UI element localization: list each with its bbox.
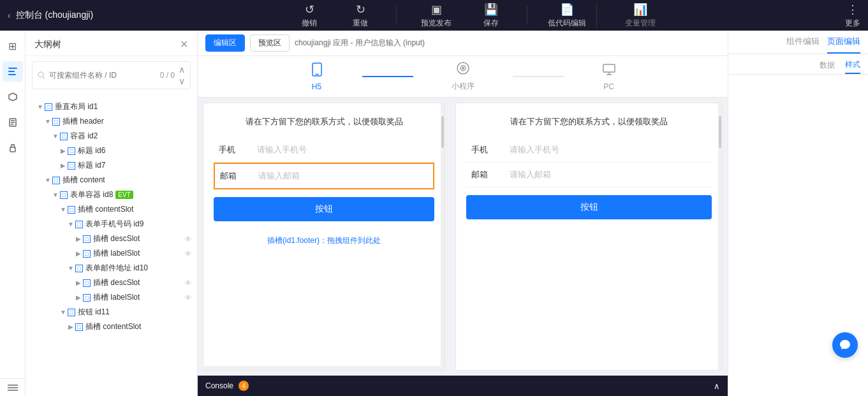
tree-item[interactable]: ▼□容器 id2	[26, 129, 197, 143]
tree-checkbox[interactable]: □	[68, 309, 75, 316]
tree-checkbox[interactable]: □	[52, 177, 60, 184]
device-miniprogram[interactable]: 小程序	[452, 61, 474, 92]
tree-item[interactable]: ▼□插槽 contentSlot	[26, 202, 197, 217]
device-h5[interactable]: H5	[310, 62, 324, 91]
scrollbar-y-left[interactable]	[441, 103, 445, 370]
miniprogram-icon	[456, 61, 470, 78]
tree-expand-icon[interactable]: ▼	[51, 191, 60, 200]
tree-expand-icon[interactable]: ▼	[66, 264, 75, 273]
svg-rect-2	[8, 74, 16, 75]
outline-close-button[interactable]: ✕	[180, 38, 188, 50]
tree-checkbox[interactable]: □	[52, 118, 60, 126]
tree-checkbox[interactable]: □	[68, 206, 75, 214]
tree-item[interactable]: ▶□插槽 labelSlot👁	[26, 290, 197, 305]
canvas-device-bar: H5 小程序	[198, 56, 728, 98]
tree-expand-icon[interactable]: ▼	[43, 117, 52, 126]
tree-checkbox[interactable]: □	[83, 294, 91, 302]
tree-item[interactable]: ▶□插槽 labelSlot👁	[26, 246, 197, 261]
tree-checkbox[interactable]: □	[75, 323, 83, 331]
tab-data[interactable]: 数据	[820, 60, 835, 73]
chat-button[interactable]	[832, 332, 858, 358]
tree-expand-icon[interactable]: ▶	[74, 249, 83, 258]
tree-item[interactable]: ▶□插槽 contentSlot	[26, 319, 197, 334]
lowcode-button[interactable]: 📄 低代码编辑	[548, 3, 597, 29]
tree-expand-icon[interactable]: ▼	[59, 205, 68, 214]
tree-checkbox[interactable]: □	[83, 235, 91, 243]
tree-item[interactable]: ▼□表单手机号码 id9	[26, 217, 197, 231]
tab-component-edit[interactable]: 组件编辑	[786, 36, 820, 54]
varmanage-button[interactable]: 📊 变量管理	[617, 3, 663, 29]
save-button[interactable]: 💾 保存	[476, 3, 506, 29]
device-pc[interactable]: PC	[602, 62, 616, 91]
tree-item[interactable]: ▶□标题 id6	[26, 143, 197, 158]
tree-checkbox[interactable]: □	[83, 279, 91, 287]
form-row-email-right[interactable]: 邮箱 请输入邮箱	[466, 163, 712, 187]
bottom-left-menu-button[interactable]	[0, 378, 26, 396]
tree-checkbox[interactable]: □	[68, 147, 75, 155]
form-row-email-left[interactable]: 邮箱 请输入邮箱	[214, 163, 434, 189]
tree-item[interactable]: ▼□表单容器 id8EVT	[26, 187, 197, 202]
outline-search-input[interactable]	[49, 71, 156, 80]
tree-item[interactable]: ▶□标题 id7	[26, 158, 197, 173]
lock-icon-btn[interactable]	[3, 138, 23, 158]
tree-item-label: 插槽 descSlot	[93, 277, 140, 288]
form-button-right[interactable]: 按钮	[466, 195, 712, 219]
outline-search[interactable]: 0 / 0 ∧ ∨	[32, 61, 191, 89]
eye-icon[interactable]: 👁	[184, 279, 192, 288]
tree-expand-icon[interactable]: ▶	[59, 161, 68, 170]
edit-area-button[interactable]: 编辑区	[205, 34, 245, 52]
eye-icon[interactable]: 👁	[184, 293, 192, 302]
more-button[interactable]: ⋮ 更多	[845, 3, 860, 29]
tree-item-label: 标题 id7	[78, 160, 105, 171]
tree-checkbox[interactable]: □	[83, 250, 91, 258]
phone-placeholder-right: 请输入手机号	[510, 144, 559, 156]
component-icon-btn[interactable]	[3, 87, 23, 107]
eye-icon[interactable]: 👁	[184, 249, 192, 258]
eye-icon[interactable]: 👁	[184, 235, 192, 244]
topbar-title: 控制台 (choujiangji)	[16, 10, 93, 21]
tree-item[interactable]: ▼□插槽 header	[26, 114, 197, 129]
page-icon-btn[interactable]	[3, 112, 23, 133]
nav-up-button[interactable]: ∧	[179, 64, 185, 75]
tree-expand-icon[interactable]: ▶	[74, 235, 83, 244]
tree-item[interactable]: ▶□插槽 descSlot👁	[26, 231, 197, 246]
tree-item[interactable]: ▼□表单邮件地址 id10	[26, 261, 197, 275]
tab-style[interactable]: 样式	[845, 59, 860, 74]
scrollbar-x-left[interactable]	[203, 366, 445, 370]
tree-expand-icon[interactable]: ▶	[74, 279, 83, 288]
tree-expand-icon[interactable]: ▶	[66, 323, 75, 332]
tree-checkbox[interactable]: □	[68, 162, 75, 170]
nav-down-button[interactable]: ∨	[179, 76, 185, 86]
tree-item[interactable]: ▼□插槽 content	[26, 173, 197, 187]
tree-checkbox[interactable]: □	[45, 103, 52, 111]
tree-checkbox[interactable]: □	[75, 221, 83, 228]
form-button-left[interactable]: 按钮	[214, 197, 434, 221]
scrollbar-y-right[interactable]	[718, 103, 722, 370]
tree-expand-icon[interactable]: ▼	[66, 220, 75, 229]
tree-expand-icon[interactable]: ▼	[59, 308, 68, 317]
console-collapse-button[interactable]: ∧	[714, 381, 720, 391]
grid-icon-btn[interactable]: ⊞	[3, 36, 23, 56]
tree-checkbox[interactable]: □	[60, 191, 68, 199]
undo-button[interactable]: ↺ 撤销	[294, 3, 325, 29]
tree-item[interactable]: ▼□按钮 id11	[26, 305, 197, 319]
tree-expand-icon[interactable]: ▼	[43, 176, 52, 185]
tree-checkbox[interactable]: □	[60, 133, 68, 140]
tree-checkbox[interactable]: □	[75, 265, 83, 272]
form-row-phone-left[interactable]: 手机 请输入手机号	[214, 138, 434, 163]
h5-label: H5	[312, 82, 321, 91]
tab-page-edit[interactable]: 页面编辑	[827, 36, 860, 54]
tree-expand-icon[interactable]: ▶	[74, 293, 83, 302]
tree-expand-icon[interactable]: ▼	[51, 132, 60, 141]
back-button[interactable]: ‹	[8, 10, 11, 20]
tree-item[interactable]: ▶□插槽 descSlot👁	[26, 275, 197, 290]
form-row-phone-right[interactable]: 手机 请输入手机号	[466, 138, 712, 163]
form-btn-row-right: 按钮	[466, 195, 712, 219]
redo-button[interactable]: ↻ 重做	[345, 3, 376, 29]
preview-publish-button[interactable]: ▣ 预览发布	[417, 3, 455, 29]
tree-expand-icon[interactable]: ▶	[59, 147, 68, 156]
preview-area-button[interactable]: 预览区	[250, 34, 290, 52]
outline-icon-btn[interactable]	[3, 61, 23, 82]
tree-expand-icon[interactable]: ▼	[36, 103, 45, 112]
tree-item[interactable]: ▼□垂直布局 id1	[26, 99, 197, 114]
